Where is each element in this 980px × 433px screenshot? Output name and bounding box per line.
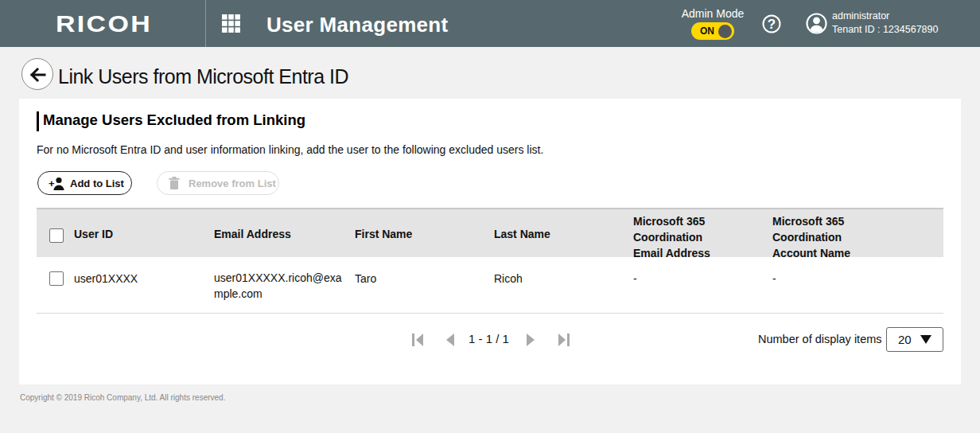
svg-text:+: + <box>49 177 55 189</box>
svg-text:?: ? <box>768 17 776 32</box>
